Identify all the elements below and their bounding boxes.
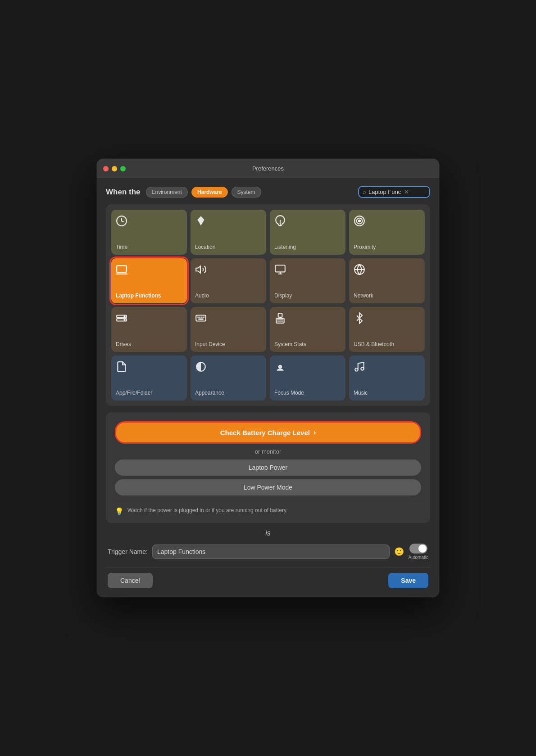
or-monitor-text: or monitor bbox=[115, 448, 421, 455]
chevron-right-icon: › bbox=[313, 428, 316, 436]
tile-audio-label: Audio bbox=[195, 292, 209, 299]
minimize-button[interactable] bbox=[112, 166, 117, 171]
tiles-grid-section: Time Location bbox=[106, 204, 430, 406]
listening-icon bbox=[274, 215, 286, 230]
tile-drives-label: Drives bbox=[116, 341, 131, 347]
traffic-lights bbox=[103, 166, 126, 171]
filter-system[interactable]: System bbox=[232, 187, 261, 198]
tile-network-label: Network bbox=[354, 292, 373, 299]
tile-proximity-label: Proximity bbox=[354, 244, 376, 250]
tile-usb-bluetooth[interactable]: USB & Bluetooth bbox=[349, 307, 425, 352]
bulb-icon: 💡 bbox=[115, 507, 124, 516]
app-file-folder-icon bbox=[116, 361, 127, 375]
network-icon bbox=[354, 264, 365, 278]
tile-audio[interactable]: Audio bbox=[191, 258, 266, 303]
check-battery-label: Check Battery Charge Level bbox=[220, 429, 310, 436]
tile-appearance-label: Appearance bbox=[195, 390, 224, 396]
tile-location-label: Location bbox=[195, 244, 215, 250]
location-icon bbox=[195, 215, 207, 230]
tile-app-file-folder[interactable]: App/File/Folder bbox=[111, 356, 187, 400]
tiles-grid: Time Location bbox=[111, 210, 425, 400]
trigger-name-label: Trigger Name: bbox=[108, 548, 148, 555]
filter-environment[interactable]: Environment bbox=[146, 187, 188, 198]
audio-icon bbox=[195, 264, 207, 278]
tile-time-label: Time bbox=[116, 244, 127, 250]
svg-marker-6 bbox=[196, 266, 200, 273]
info-row: 💡 Watch if the power is plugged in or if… bbox=[115, 501, 421, 516]
check-battery-button[interactable]: Check Battery Charge Level › bbox=[115, 421, 421, 444]
preferences-window: Preferences When the Environment Hardwar… bbox=[97, 159, 439, 597]
svg-rect-20 bbox=[278, 313, 282, 317]
laptop-functions-icon bbox=[116, 264, 127, 278]
proximity-icon bbox=[354, 215, 365, 230]
svg-rect-7 bbox=[275, 265, 285, 272]
toggle-container: Automatic bbox=[409, 544, 428, 560]
svg-point-2 bbox=[359, 220, 360, 222]
save-button[interactable]: Save bbox=[388, 573, 428, 588]
svg-rect-14 bbox=[196, 315, 206, 321]
tile-focus-mode[interactable]: Focus Mode bbox=[270, 356, 345, 400]
display-icon bbox=[274, 264, 286, 278]
usb-bluetooth-icon bbox=[354, 312, 365, 327]
search-box[interactable]: ⌕ Laptop Func ✕ bbox=[358, 186, 430, 198]
tile-appearance[interactable]: Appearance bbox=[191, 356, 266, 400]
close-button[interactable] bbox=[103, 166, 109, 171]
filter-hardware[interactable]: Hardware bbox=[191, 187, 228, 198]
svg-point-22 bbox=[355, 368, 358, 371]
svg-rect-5 bbox=[117, 266, 127, 272]
search-icon: ⌕ bbox=[363, 189, 366, 195]
tile-listening[interactable]: Listening bbox=[270, 210, 345, 255]
tile-listening-label: Listening bbox=[274, 244, 296, 250]
focus-mode-icon bbox=[274, 361, 286, 375]
trigger-row: Trigger Name: 🙂 Automatic bbox=[106, 544, 430, 560]
action-panel: Check Battery Charge Level › or monitor … bbox=[106, 412, 430, 523]
tile-music-label: Music bbox=[354, 390, 368, 396]
titlebar: Preferences bbox=[97, 159, 439, 179]
tile-system-stats-label: System Stats bbox=[274, 341, 306, 347]
tile-time[interactable]: Time bbox=[111, 210, 187, 255]
main-content: When the Environment Hardware System ⌕ L… bbox=[97, 179, 439, 597]
is-label: is bbox=[106, 529, 430, 537]
tile-system-stats[interactable]: System Stats bbox=[270, 307, 345, 352]
automatic-label: Automatic bbox=[409, 555, 428, 560]
time-icon bbox=[116, 215, 127, 230]
music-icon bbox=[354, 361, 365, 375]
tile-location[interactable]: Location bbox=[191, 210, 266, 255]
input-device-icon bbox=[195, 312, 207, 327]
svg-point-13 bbox=[124, 320, 125, 320]
when-label: When the bbox=[106, 188, 141, 197]
tile-laptop-functions[interactable]: Laptop Functions bbox=[111, 258, 187, 303]
info-text: Watch if the power is plugged in or if y… bbox=[127, 507, 288, 514]
svg-point-12 bbox=[124, 316, 125, 317]
when-row: When the Environment Hardware System ⌕ L… bbox=[106, 186, 430, 198]
tile-display-label: Display bbox=[274, 292, 292, 299]
maximize-button[interactable] bbox=[120, 166, 126, 171]
search-value: Laptop Func bbox=[368, 189, 401, 195]
tile-usb-bluetooth-label: USB & Bluetooth bbox=[354, 341, 394, 347]
footer-buttons: Cancel Save bbox=[106, 573, 430, 588]
tile-input-device-label: Input Device bbox=[195, 341, 225, 347]
low-power-mode-button[interactable]: Low Power Mode bbox=[115, 479, 421, 495]
search-clear-button[interactable]: ✕ bbox=[404, 189, 409, 195]
window-title: Preferences bbox=[252, 165, 284, 172]
tile-display[interactable]: Display bbox=[270, 258, 345, 303]
footer-divider bbox=[106, 567, 430, 567]
laptop-power-button[interactable]: Laptop Power bbox=[115, 459, 421, 476]
tile-app-file-folder-label: App/File/Folder bbox=[116, 390, 152, 396]
automatic-toggle[interactable] bbox=[409, 544, 427, 554]
tile-network[interactable]: Network bbox=[349, 258, 425, 303]
tile-input-device[interactable]: Input Device bbox=[191, 307, 266, 352]
tile-drives[interactable]: Drives bbox=[111, 307, 187, 352]
cancel-button[interactable]: Cancel bbox=[108, 573, 153, 588]
tile-proximity[interactable]: Proximity bbox=[349, 210, 425, 255]
appearance-icon bbox=[195, 361, 207, 375]
emoji-button[interactable]: 🙂 bbox=[394, 547, 404, 557]
tile-music[interactable]: Music bbox=[349, 356, 425, 400]
tile-focus-mode-label: Focus Mode bbox=[274, 390, 304, 396]
svg-point-23 bbox=[361, 367, 364, 370]
system-stats-icon bbox=[274, 312, 286, 327]
trigger-name-input[interactable] bbox=[152, 544, 390, 559]
tile-laptop-functions-label: Laptop Functions bbox=[116, 292, 161, 299]
drives-icon bbox=[116, 312, 127, 327]
